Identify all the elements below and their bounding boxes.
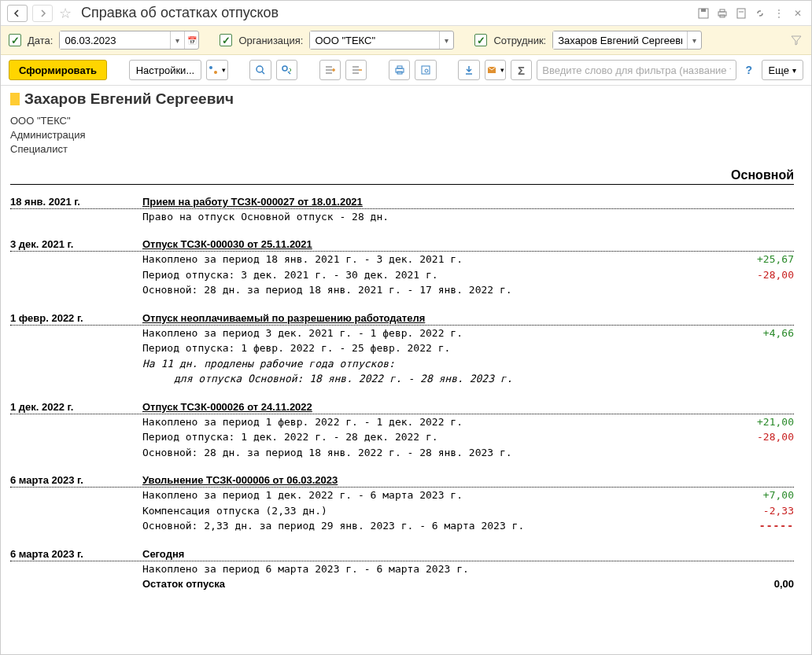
- link-icon[interactable]: [753, 6, 767, 20]
- today-title: Сегодня: [142, 548, 794, 560]
- org-field[interactable]: ▾: [309, 31, 454, 50]
- save-icon[interactable]: [696, 6, 710, 20]
- event-title[interactable]: Увольнение ТСЗК-000006 от 06.03.2023: [142, 474, 794, 486]
- event-detail-text: Период отпуска: 3 дек. 2021 г. - 30 дек.…: [142, 267, 731, 283]
- event-amount: -2,33: [731, 503, 794, 519]
- sum-button[interactable]: Σ: [511, 60, 532, 80]
- org-input[interactable]: [310, 31, 439, 49]
- settings-label: Настройки...: [136, 64, 195, 76]
- back-button[interactable]: [7, 5, 28, 22]
- print-icon[interactable]: [715, 6, 729, 20]
- date-label: Дата:: [28, 35, 53, 46]
- event-amount: -28,00: [731, 429, 794, 445]
- today-date: 6 марта 2023 г.: [10, 548, 142, 560]
- toolbar: Сформировать Настройки... ▾ ▾ Σ ? Еще ▾: [1, 55, 811, 86]
- filter-search[interactable]: [537, 60, 736, 80]
- svg-rect-1: [701, 9, 706, 12]
- emp-field[interactable]: ▾: [552, 31, 702, 50]
- event-title[interactable]: Отпуск неоплачиваемый по разрешению рабо…: [142, 312, 794, 324]
- event-amount: +21,00: [731, 414, 794, 430]
- event-title[interactable]: Отпуск ТСЗК-000030 от 25.11.2021: [142, 238, 794, 250]
- more-label: Еще: [769, 64, 789, 76]
- event-block: 1 февр. 2022 г.Отпуск неоплачиваемый по …: [10, 312, 794, 387]
- filter-funnel-icon[interactable]: [789, 33, 803, 47]
- svg-point-7: [209, 66, 212, 69]
- emp-dropdown-icon[interactable]: ▾: [687, 31, 701, 49]
- date-field[interactable]: ▾ 📅: [59, 31, 199, 50]
- chevron-down-icon: ▾: [792, 66, 796, 75]
- event-detail-text: Компенсация отпуска (2,33 дн.): [142, 503, 731, 519]
- emp-label: Сотрудник:: [493, 35, 546, 46]
- balance-label: Остаток отпуска: [142, 578, 731, 590]
- help-icon[interactable]: ?: [741, 64, 757, 76]
- print-button[interactable]: [389, 60, 410, 80]
- generate-button[interactable]: Сформировать: [9, 60, 107, 80]
- svg-point-9: [257, 66, 263, 72]
- favorite-star-icon[interactable]: ☆: [59, 5, 72, 22]
- event-block: 3 дек. 2021 г.Отпуск ТСЗК-000030 от 25.1…: [10, 238, 794, 298]
- event-detail-text: Период отпуска: 1 дек. 2022 г. - 28 дек.…: [142, 429, 731, 445]
- event-amount: +4,66: [731, 326, 794, 341]
- event-date: 3 дек. 2021 г.: [10, 238, 142, 250]
- section-title: Основной: [731, 168, 794, 182]
- event-block: 1 дек. 2022 г.Отпуск ТСЗК-000026 от 24.1…: [10, 401, 794, 461]
- event-detail-text: Накоплено за период 1 февр. 2022 г. - 1 …: [142, 414, 731, 430]
- event-detail-text: Накоплено за период 3 дек. 2021 г. - 1 ф…: [142, 326, 731, 341]
- svg-rect-5: [737, 9, 745, 18]
- today-block: 6 марта 2023 г. Сегодня Накоплено за пер…: [10, 548, 794, 591]
- titlebar: ☆ Справка об остатках отпусков ⋮ ✕: [1, 1, 811, 26]
- emp-checkbox[interactable]: [474, 34, 487, 46]
- event-date: 18 янв. 2021 г.: [10, 196, 142, 208]
- filter-bar: Дата: ▾ 📅 Организация: ▾ Сотрудник: ▾: [1, 26, 811, 55]
- kebab-icon[interactable]: ⋮: [772, 6, 786, 20]
- event-amount: +25,67: [731, 252, 794, 267]
- forward-button[interactable]: [32, 5, 53, 22]
- event-detail-text: для отпуска Основной: 18 янв. 2022 г. - …: [142, 371, 794, 387]
- today-line: Накоплено за период 6 марта 2023 г. - 6 …: [142, 561, 794, 577]
- email-button[interactable]: ▾: [485, 60, 506, 80]
- event-amount: +7,00: [731, 488, 794, 503]
- collapse-toggle[interactable]: [10, 93, 20, 105]
- svg-point-8: [214, 71, 217, 74]
- event-detail-text: Накоплено за период 18 янв. 2021 г. - 3 …: [142, 252, 731, 267]
- expand-all-button[interactable]: [319, 60, 341, 80]
- event-title[interactable]: Прием на работу ТСЗК-000027 от 18.01.202…: [142, 196, 794, 208]
- org-name: ООО "ТЕКС": [10, 114, 794, 128]
- org-checkbox[interactable]: [220, 34, 232, 46]
- event-date: 1 февр. 2022 г.: [10, 312, 142, 324]
- svg-rect-3: [720, 9, 725, 12]
- event-title[interactable]: Отпуск ТСЗК-000026 от 24.11.2022: [142, 401, 794, 413]
- event-block: 6 марта 2023 г.Увольнение ТСЗК-000006 от…: [10, 474, 794, 534]
- event-detail-text: Основной: 28 дн. за период 18 янв. 2022 …: [142, 445, 794, 461]
- calc-icon[interactable]: [734, 6, 748, 20]
- close-icon[interactable]: ✕: [791, 6, 805, 20]
- settings-variant-button[interactable]: ▾: [206, 60, 227, 80]
- date-dropdown-icon[interactable]: ▾: [170, 31, 184, 49]
- find-next-button[interactable]: [276, 60, 297, 80]
- save-button[interactable]: [458, 60, 479, 80]
- find-button[interactable]: [249, 60, 271, 80]
- position-name: Специалист: [10, 142, 794, 156]
- preview-button[interactable]: [415, 60, 436, 80]
- emp-input[interactable]: [553, 31, 687, 49]
- page-title: Справка об остатках отпусков: [81, 5, 692, 21]
- event-amount: -----: [731, 518, 794, 534]
- more-menu-button[interactable]: Еще ▾: [762, 60, 803, 80]
- org-dropdown-icon[interactable]: ▾: [439, 31, 453, 49]
- report-area[interactable]: Захаров Евгений Сергеевич ООО "ТЕКС" Адм…: [1, 86, 811, 655]
- event-amount: -28,00: [731, 267, 794, 283]
- date-checkbox[interactable]: [9, 34, 21, 46]
- org-label: Организация:: [238, 35, 303, 46]
- event-detail-text: Накоплено за период 1 дек. 2022 г. - 6 м…: [142, 488, 731, 503]
- balance-value: 0,00: [731, 578, 794, 590]
- date-input[interactable]: [60, 31, 170, 49]
- org-block: ООО "ТЕКС" Администрация Специалист: [10, 114, 794, 157]
- collapse-all-button[interactable]: [345, 60, 367, 80]
- svg-rect-19: [397, 66, 402, 68]
- filter-search-input[interactable]: [537, 64, 736, 76]
- event-detail-text: Право на отпуск Основной отпуск - 28 дн.: [142, 209, 794, 225]
- event-block: 18 янв. 2021 г.Прием на работу ТСЗК-0000…: [10, 196, 794, 225]
- event-detail-text: Основной: 28 дн. за период 18 янв. 2021 …: [142, 282, 794, 298]
- date-picker-icon[interactable]: 📅: [184, 31, 198, 49]
- settings-button[interactable]: Настройки...: [129, 60, 202, 80]
